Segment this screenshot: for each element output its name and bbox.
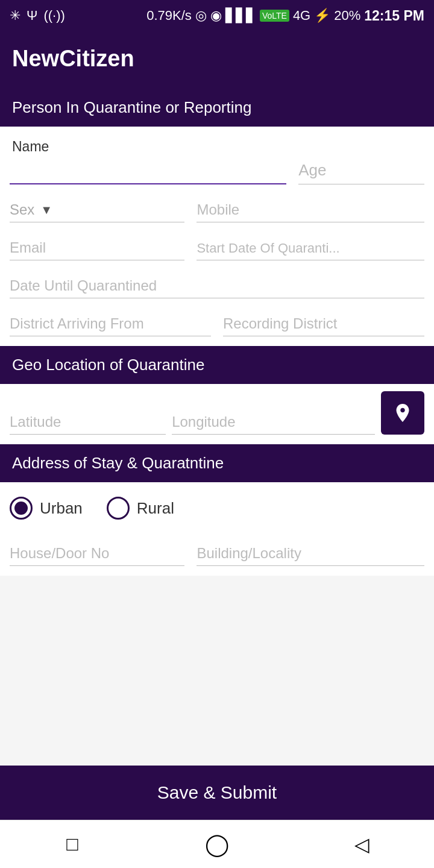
get-location-button[interactable]	[381, 391, 424, 435]
date-until-field-wrap	[10, 277, 424, 298]
geo-form	[0, 384, 434, 444]
longitude-input[interactable]	[172, 414, 375, 430]
person-section-header: Person In Quarantine or Reporting	[0, 89, 434, 127]
name-input[interactable]	[10, 157, 286, 183]
building-input[interactable]	[197, 545, 424, 562]
status-bar-left: ✳ Ψ ((·))	[10, 8, 65, 24]
signal-4g: 4G	[293, 8, 310, 24]
start-date-input[interactable]	[197, 239, 424, 256]
psi-icon: Ψ	[27, 8, 37, 24]
home-button[interactable]: ◯	[203, 831, 231, 858]
email-date-row	[0, 232, 434, 270]
time-display: 12:15 PM	[364, 8, 424, 24]
urban-radio-label: Urban	[40, 499, 83, 518]
geo-section-header: Geo Location of Quarantine	[0, 346, 434, 384]
rural-radio-circle	[107, 497, 130, 520]
longitude-field-wrap	[172, 414, 375, 435]
email-input[interactable]	[10, 239, 184, 256]
house-field-wrap	[10, 545, 184, 566]
house-input[interactable]	[10, 545, 184, 562]
android-icon: ✳	[10, 8, 20, 24]
network-icon: ((·))	[43, 8, 64, 24]
speed-text: 0.79K/s	[146, 8, 192, 24]
status-bar-right: 0.79K/s ◎ ◉ ▋▋▋ VoLTE 4G ⚡ 20% 12:15 PM	[146, 8, 424, 24]
sex-mobile-row: Sex ▼	[0, 194, 434, 232]
date-until-input[interactable]	[10, 277, 424, 294]
latitude-input[interactable]	[10, 414, 166, 430]
house-building-row	[0, 538, 434, 576]
urban-radio-circle	[10, 497, 33, 520]
circle-icon: ◯	[205, 832, 229, 857]
back-button[interactable]: ◁	[348, 831, 376, 858]
age-field-wrap	[298, 157, 424, 184]
status-bar: ✳ Ψ ((·)) 0.79K/s ◎ ◉ ▋▋▋ VoLTE 4G ⚡ 20%…	[0, 0, 434, 31]
email-field-wrap	[10, 239, 184, 260]
sex-label: Sex	[10, 201, 34, 218]
square-icon: □	[66, 833, 78, 855]
app-title: NewCitizen	[12, 46, 134, 71]
name-label-area: Name	[0, 127, 434, 157]
address-form: Urban Rural	[0, 482, 434, 538]
district-arriving-input[interactable]	[10, 315, 211, 332]
signal-icon: ▋▋▋	[225, 8, 256, 24]
name-age-row	[0, 157, 434, 194]
name-field-wrap	[10, 157, 286, 184]
age-input[interactable]	[298, 157, 424, 183]
name-label: Name	[12, 134, 422, 157]
latitude-field-wrap	[10, 414, 166, 435]
district-row	[0, 308, 434, 346]
chevron-down-icon: ▼	[40, 203, 52, 217]
start-date-field-wrap	[197, 239, 424, 260]
date-until-row	[0, 270, 434, 308]
radio-row: Urban Rural	[10, 489, 424, 530]
gps-icon: ◎	[195, 8, 207, 24]
bottom-nav: □ ◯ ◁	[0, 820, 434, 868]
rural-radio-option[interactable]: Rural	[107, 497, 174, 520]
volte-badge: VoLTE	[260, 10, 289, 22]
charging-icon: ⚡	[314, 8, 330, 24]
sex-dropdown[interactable]: Sex ▼	[10, 201, 184, 222]
back-icon: ◁	[354, 833, 370, 856]
location-pin-icon	[392, 402, 414, 424]
urban-radio-option[interactable]: Urban	[10, 497, 83, 520]
battery-text: 20%	[334, 8, 360, 24]
rural-radio-label: Rural	[137, 499, 174, 518]
recent-apps-button[interactable]: □	[58, 831, 86, 858]
lat-lon-row	[10, 391, 424, 435]
recording-district-field-wrap	[223, 315, 424, 336]
mobile-input[interactable]	[197, 201, 424, 218]
building-field-wrap	[197, 545, 424, 566]
save-submit-button[interactable]: Save & Submit	[0, 766, 434, 820]
location-icon: ◉	[210, 8, 222, 24]
app-header: NewCitizen	[0, 31, 434, 89]
recording-district-input[interactable]	[223, 315, 424, 332]
district-arriving-field-wrap	[10, 315, 211, 336]
mobile-field-wrap	[197, 201, 424, 222]
address-section-header: Address of Stay & Quaratntine	[0, 444, 434, 482]
